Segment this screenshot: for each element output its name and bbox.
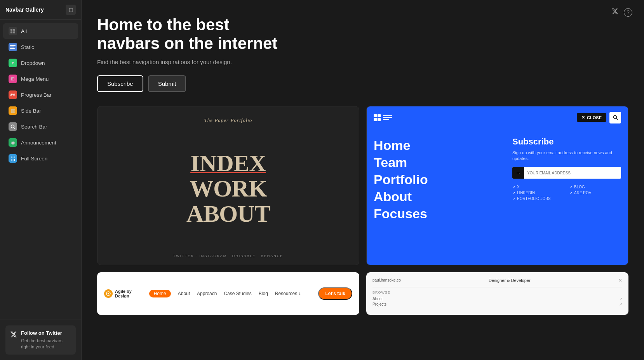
footer-text: Follow on Twitter Get the best navbars r… (21, 330, 71, 350)
subscribe-title: Subscribe (512, 137, 621, 147)
blue-card-logo (374, 114, 392, 121)
sidebar-collapse-button[interactable]: ◫ (66, 5, 76, 15)
agile-nav-links: Home About Approach Case Studies Blog Re… (137, 290, 313, 297)
search-bar-icon (9, 122, 17, 131)
subscribe-input-row: → (512, 167, 621, 179)
blue-nav-portfolio[interactable]: Portfolio (374, 171, 505, 188)
top-right-actions: ? (611, 8, 632, 17)
svg-rect-1 (13, 29, 15, 31)
subscribe-email-input[interactable] (524, 171, 621, 175)
logo-lines-icon (383, 115, 392, 120)
agile-cta-button[interactable]: Let's talk (318, 287, 352, 300)
sidebar-item-search-bar[interactable]: Search Bar (3, 119, 78, 134)
sidebar-item-dropdown-label: Dropdown (21, 60, 45, 66)
blue-nav-about[interactable]: About (374, 188, 505, 205)
paul-link-about-label: About (372, 297, 383, 301)
link-blog[interactable]: BLOG (569, 185, 621, 189)
paul-link-projects[interactable]: Projects ↗ (372, 302, 622, 306)
logo-grid-icon (374, 114, 381, 121)
sidebar-header: Navbar Gallery ◫ (0, 0, 81, 20)
paper-nav-index[interactable]: INDEX (186, 151, 270, 176)
twitter-icon (10, 331, 17, 340)
paul-link-about[interactable]: About ↗ (372, 297, 622, 301)
full-screen-icon (9, 154, 17, 163)
close-button[interactable]: ✕ CLOSE (577, 113, 606, 122)
agile-logo-text: Agile byDesign (115, 289, 132, 298)
full-screen-card: ✕ CLOSE Home Team Portfolio (366, 106, 628, 265)
dropdown-icon: ▼ (9, 59, 17, 67)
sidebar-item-announcement[interactable]: ◉ Announcement (3, 135, 78, 150)
sidebar-item-all-label: All (21, 28, 27, 34)
submit-button[interactable]: Submit (148, 75, 186, 92)
hero-buttons: Subscribe Submit (97, 75, 628, 92)
svg-line-8 (14, 127, 15, 129)
search-button[interactable] (609, 112, 621, 123)
agile-nav-home[interactable]: Home (149, 290, 171, 297)
paul-link-projects-arrow: ↗ (619, 302, 622, 306)
paul-link-about-arrow: ↗ (619, 297, 622, 301)
x-icon: ✕ (581, 115, 585, 120)
subscribe-button[interactable]: Subscribe (97, 75, 143, 92)
hero-section: Home to the bestnavbars on the internet … (97, 16, 628, 92)
sidebar-item-full-screen-label: Full Screen (21, 156, 47, 162)
paper-portfolio-nav: INDEX WORK ABOUT (186, 130, 270, 247)
twitter-header-icon[interactable] (611, 8, 618, 17)
blue-nav-focuses[interactable]: Focuses (374, 205, 505, 222)
blue-nav-team[interactable]: Team (374, 154, 505, 171)
main-content: ? Home to the bestnavbars on the interne… (82, 0, 644, 360)
paul-browse-label: BROWSE (372, 290, 622, 294)
agile-nav-blog[interactable]: Blog (259, 291, 268, 296)
sidebar-item-static[interactable]: Static (3, 39, 78, 55)
blue-card-actions: ✕ CLOSE (577, 112, 621, 123)
paul-close-icon[interactable]: ✕ (618, 278, 622, 283)
sidebar-item-mega-menu[interactable]: ⊞ Mega Menu (3, 71, 78, 87)
agile-nav-about[interactable]: About (178, 291, 190, 296)
link-portfolio-jobs[interactable]: PORTFOLIO JOBS (512, 197, 564, 201)
sidebar-item-dropdown[interactable]: ▼ Dropdown (3, 55, 78, 71)
bottom-cards-row: Agile byDesign Home About Approach Case … (97, 272, 628, 315)
sidebar-item-mega-menu-label: Mega Menu (21, 76, 49, 82)
paul-domain: paul.hansoke.co (372, 278, 401, 282)
paper-nav-work[interactable]: WORK (186, 176, 270, 201)
sidebar-item-full-screen[interactable]: Full Screen (3, 151, 78, 166)
subscribe-arrow-icon: → (512, 167, 524, 179)
svg-line-14 (616, 118, 618, 120)
sidebar-title: Navbar Gallery (5, 7, 44, 13)
all-icon (9, 27, 17, 35)
link-are-pov[interactable]: ARE POV (569, 191, 621, 195)
sidebar-item-all[interactable]: All (3, 23, 78, 39)
sidebar-item-sidebar[interactable]: ▥ Side Bar (3, 103, 78, 118)
follow-twitter-title: Follow on Twitter (21, 330, 71, 336)
sidebar-nav: All Static ▼ Dropdown ⊞ Mega Menu 8% (0, 20, 81, 320)
sidebar-icon: ▥ (9, 106, 17, 115)
close-label: CLOSE (587, 115, 602, 120)
hero-subtitle: Find the best navigation inspirations fo… (97, 59, 628, 65)
help-icon[interactable]: ? (624, 8, 632, 17)
blue-card-subscribe: Subscribe Sign up with your email addres… (512, 137, 621, 223)
blue-nav-home[interactable]: Home (374, 137, 505, 154)
twitter-follow-card[interactable]: Follow on Twitter Get the best navbars r… (5, 325, 76, 355)
svg-rect-0 (10, 29, 12, 31)
follow-twitter-desc: Get the best navbars right in your feed. (21, 337, 71, 350)
subscribe-desc: Sign up with your email address to recei… (512, 150, 621, 162)
paul-links: About ↗ Projects ↗ (372, 297, 622, 306)
svg-rect-6 (10, 48, 15, 49)
blue-card-nav: Home Team Portfolio About Focuses (374, 137, 505, 223)
svg-rect-11 (11, 159, 12, 161)
paper-nav-about[interactable]: ABOUT (186, 201, 270, 226)
svg-rect-4 (10, 45, 16, 46)
sidebar-item-progress-bar[interactable]: 8% Progress Bar (3, 87, 78, 103)
sidebar-item-sidebar-label: Side Bar (21, 108, 41, 114)
svg-rect-12 (14, 159, 15, 161)
blue-card-header: ✕ CLOSE (367, 106, 628, 129)
mega-menu-icon: ⊞ (9, 75, 17, 83)
agile-nav-resources[interactable]: Resources ↓ (275, 291, 301, 296)
svg-rect-10 (14, 157, 15, 158)
agile-nav-approach[interactable]: Approach (197, 291, 217, 296)
sidebar-item-static-label: Static (21, 44, 34, 50)
agile-nav-case-studies[interactable]: Case Studies (224, 291, 251, 296)
agile-logo-icon (104, 289, 113, 298)
svg-rect-9 (11, 157, 12, 158)
link-x[interactable]: X (512, 185, 564, 189)
link-linkedin[interactable]: LINKEDIN (512, 191, 564, 195)
